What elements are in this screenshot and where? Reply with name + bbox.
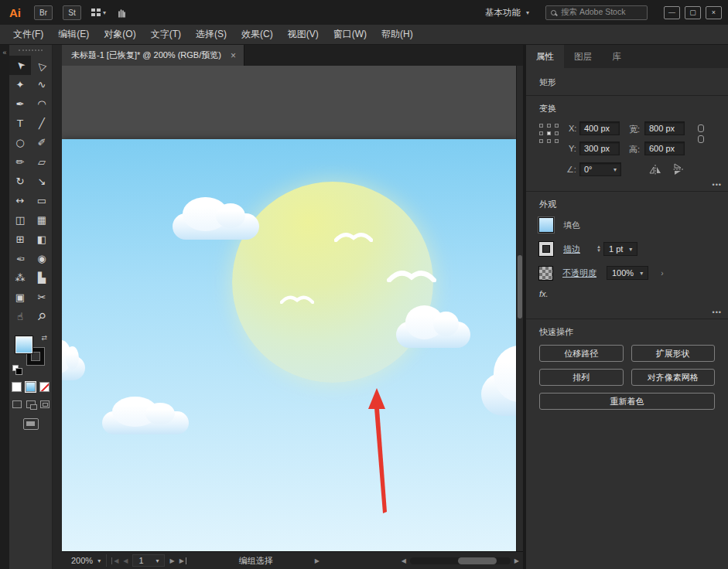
- height-input[interactable]: 600 px: [644, 141, 685, 155]
- quick-action-2[interactable]: 排列: [539, 369, 624, 386]
- fill-swatch[interactable]: [539, 218, 553, 232]
- line-segment-tool[interactable]: ╱: [31, 114, 53, 133]
- x-input[interactable]: 400 px: [579, 121, 620, 135]
- draw-normal-icon[interactable]: [12, 400, 22, 408]
- panel-tab-2[interactable]: 库: [602, 45, 631, 68]
- flip-horizontal-icon[interactable]: [649, 164, 661, 175]
- gradient-button[interactable]: [26, 382, 36, 392]
- free-transform-tool[interactable]: ▭: [31, 191, 53, 210]
- quick-action-3[interactable]: 对齐像素网格: [631, 369, 716, 386]
- maximize-button[interactable]: ▢: [685, 6, 701, 19]
- menu-item-7[interactable]: 窗口(W): [326, 25, 374, 44]
- menu-item-0[interactable]: 文件(F): [6, 25, 50, 44]
- last-artboard-icon[interactable]: ▶: [179, 557, 186, 564]
- artboard[interactable]: [62, 139, 516, 551]
- panel-tab-0[interactable]: 属性: [526, 45, 564, 68]
- quick-action-0[interactable]: 位移路径: [539, 345, 624, 362]
- draw-behind-icon[interactable]: [26, 400, 36, 408]
- zoom-level-select[interactable]: 200% ▾: [66, 554, 107, 567]
- scroll-left-icon[interactable]: ◀: [402, 557, 406, 564]
- perspective-grid-tool[interactable]: ▦: [31, 210, 53, 230]
- link-dimensions-icon[interactable]: [698, 124, 704, 143]
- color-button[interactable]: [12, 382, 22, 392]
- artboard-tool[interactable]: ▣: [9, 288, 31, 307]
- rotation-select[interactable]: 0° ▾: [579, 162, 621, 176]
- shape-builder-tool[interactable]: ◫: [9, 210, 31, 230]
- vertical-scrollbar[interactable]: [516, 66, 523, 551]
- quick-action-4[interactable]: 重新着色: [539, 393, 715, 410]
- menu-item-4[interactable]: 选择(S): [189, 25, 234, 44]
- default-colors-icon[interactable]: [12, 365, 19, 371]
- eyedropper-tool[interactable]: ✑: [9, 249, 31, 268]
- close-button[interactable]: ×: [706, 6, 722, 19]
- toolbar-grip[interactable]: [19, 49, 43, 51]
- fill-color-swatch[interactable]: [15, 336, 32, 353]
- menu-item-1[interactable]: 编辑(E): [51, 25, 96, 44]
- workspace-switcher[interactable]: 基本功能 ▾: [479, 5, 535, 21]
- collapse-panel-icon[interactable]: «: [2, 49, 6, 56]
- horizontal-scrollbar-thumb[interactable]: [458, 557, 497, 564]
- stroke-swatch[interactable]: [539, 242, 553, 256]
- stroke-link[interactable]: 描边: [563, 244, 580, 255]
- draw-inside-icon[interactable]: [40, 400, 50, 408]
- zoom-tool[interactable]: ⚲: [31, 307, 53, 326]
- touch-workspace-button[interactable]: [116, 7, 127, 18]
- opacity-link[interactable]: 不透明度: [562, 267, 596, 279]
- width-input[interactable]: 800 px: [644, 121, 685, 135]
- bridge-button[interactable]: Br: [34, 5, 53, 20]
- opacity-swatch[interactable]: [539, 267, 552, 280]
- transform-more-options-icon[interactable]: •••: [713, 181, 722, 189]
- lasso-tool[interactable]: ∿: [31, 75, 53, 94]
- document-tab[interactable]: 未标题-1 [已恢复]* @ 200% (RGB/预览) ×: [62, 45, 244, 66]
- scale-tool[interactable]: ↘: [31, 172, 53, 191]
- direct-selection-tool[interactable]: ◁: [31, 56, 53, 75]
- hand-tool[interactable]: ☝: [9, 307, 31, 326]
- next-artboard-icon[interactable]: ▶: [169, 557, 174, 564]
- flip-vertical-icon[interactable]: [673, 163, 684, 175]
- gradient-tool[interactable]: ◧: [31, 230, 53, 249]
- arrange-documents-button[interactable]: ▾: [91, 9, 106, 16]
- horizontal-scrollbar-track[interactable]: [410, 557, 511, 564]
- magic-wand-tool[interactable]: ✦: [9, 75, 31, 94]
- tab-close-icon[interactable]: ×: [231, 50, 236, 61]
- reference-point-locator[interactable]: [539, 124, 559, 143]
- scroll-right-icon[interactable]: ▶: [514, 557, 519, 564]
- first-artboard-icon[interactable]: ◀: [111, 557, 118, 564]
- type-tool[interactable]: T: [9, 114, 31, 133]
- curvature-tool[interactable]: ◠: [31, 94, 53, 114]
- panel-tab-1[interactable]: 图层: [564, 45, 602, 68]
- previous-artboard-icon[interactable]: ◀: [123, 557, 128, 564]
- shaper-tool[interactable]: ✏: [9, 152, 31, 172]
- fx-button[interactable]: fx.: [539, 289, 715, 298]
- pen-tool[interactable]: ✒: [9, 94, 31, 114]
- graph-tool[interactable]: ▙: [31, 268, 53, 288]
- mesh-tool[interactable]: ⊞: [9, 230, 31, 249]
- blend-tool[interactable]: ◉: [31, 249, 53, 268]
- menu-item-8[interactable]: 帮助(H): [374, 25, 420, 44]
- status-expand-icon[interactable]: ▶: [315, 557, 320, 564]
- menu-item-6[interactable]: 视图(V): [281, 25, 326, 44]
- eraser-tool[interactable]: ▱: [31, 152, 53, 172]
- selection-tool[interactable]: ➤: [9, 56, 31, 75]
- width-tool[interactable]: ↔: [9, 191, 31, 210]
- menu-item-2[interactable]: 对象(O): [97, 25, 142, 44]
- stock-search-input[interactable]: 搜索 Adobe Stock: [545, 5, 648, 20]
- minimize-button[interactable]: —: [664, 6, 680, 19]
- appearance-more-options-icon[interactable]: •••: [713, 308, 722, 316]
- none-button[interactable]: [39, 382, 50, 392]
- ellipse-tool[interactable]: ○: [9, 133, 31, 152]
- screen-mode-button[interactable]: [23, 418, 39, 430]
- paintbrush-tool[interactable]: ✐: [31, 133, 53, 152]
- opacity-flyout-icon[interactable]: ›: [661, 269, 663, 278]
- quick-action-1[interactable]: 扩展形状: [631, 345, 716, 362]
- vertical-scrollbar-thumb[interactable]: [518, 255, 522, 319]
- swap-fill-stroke-icon[interactable]: ⇄: [41, 334, 47, 342]
- artboard-number-select[interactable]: 1 ▾: [132, 554, 165, 567]
- opacity-select[interactable]: 100% ▾: [607, 266, 648, 280]
- stock-button[interactable]: St: [63, 5, 81, 20]
- slice-tool[interactable]: ✂: [31, 288, 53, 307]
- symbol-sprayer-tool[interactable]: ⁂: [9, 268, 31, 288]
- stroke-weight-stepper[interactable]: ▲ ▼: [596, 245, 601, 253]
- stroke-weight-input[interactable]: 1 pt ▾: [603, 242, 637, 256]
- menu-item-3[interactable]: 文字(T): [144, 25, 188, 44]
